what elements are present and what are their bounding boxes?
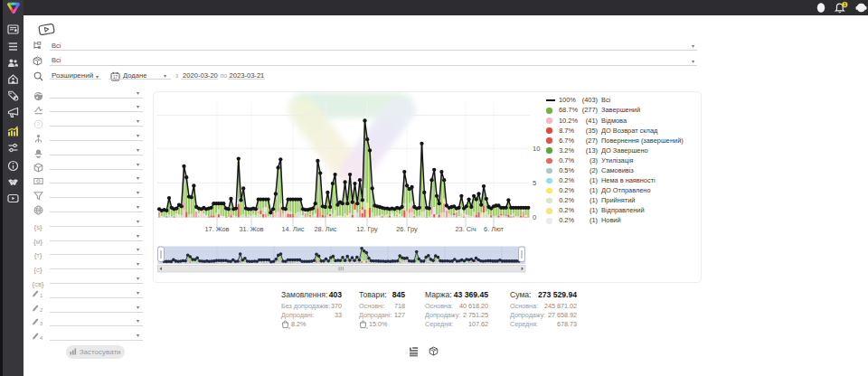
svg-text:12. Гру: 12. Гру xyxy=(356,225,378,233)
svg-text:28. Лис: 28. Лис xyxy=(314,225,336,233)
svg-text:x: x xyxy=(288,324,290,328)
svg-text:x: x xyxy=(366,324,368,328)
svg-text:10: 10 xyxy=(533,145,540,153)
svg-text:26. Гру: 26. Гру xyxy=(396,225,418,233)
svg-text:17. Жов: 17. Жов xyxy=(204,225,229,233)
svg-text:23. Січ: 23. Січ xyxy=(455,225,476,233)
svg-text:6. Лют: 6. Лют xyxy=(484,225,504,233)
svg-text:5: 5 xyxy=(533,179,536,187)
svg-text:0: 0 xyxy=(533,213,536,221)
svg-text:31. Жов: 31. Жов xyxy=(239,225,263,233)
svg-text:14. Лис: 14. Лис xyxy=(281,225,304,233)
svg-text:?: ? xyxy=(36,121,40,127)
